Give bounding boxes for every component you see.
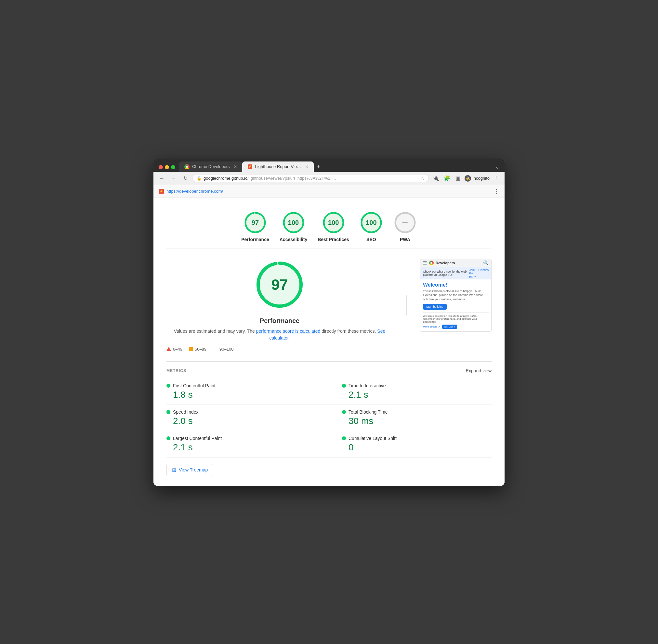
metric-tbt-value: 30 ms <box>342 416 485 426</box>
score-pwa[interactable]: — PWA <box>393 211 417 242</box>
address-input[interactable]: 🔒 googlechrome.github.io/lighthouse/view… <box>193 174 429 182</box>
big-performance-score: 97 <box>271 276 288 293</box>
screenshot-welcome-title: Welcome! <box>423 282 489 288</box>
metric-tti: Time to Interactive 2.1 s <box>329 378 491 405</box>
accessibility-circle: 100 <box>282 211 305 234</box>
minimize-button[interactable] <box>165 165 169 169</box>
metric-tti-header: Time to Interactive <box>342 383 485 388</box>
screenshot-site-title: Developers <box>436 261 481 265</box>
screenshot-chrome-bar: ☰ Developers 🔍 <box>420 259 491 267</box>
window-icon[interactable]: ▣ <box>454 174 463 183</box>
pwa-label: PWA <box>400 237 410 242</box>
scroll-divider <box>406 259 407 351</box>
metric-si-value: 2.0 s <box>167 416 316 426</box>
address-actions: 🔌 🧩 ▣ 🕵 Incognito ⋮ <box>432 174 501 183</box>
screenshot-ok-got-it[interactable]: Ok, Got It <box>442 325 457 329</box>
legend-pass: 90–100 <box>213 347 234 351</box>
score-best-practices[interactable]: 100 Best Practices <box>317 211 349 242</box>
average-icon <box>189 347 193 351</box>
lighthouse-content: 97 Performance 100 Accessibility <box>153 198 505 486</box>
metric-cls-dot <box>342 436 346 440</box>
seo-label: SEO <box>366 237 376 242</box>
metric-tti-dot <box>342 384 346 388</box>
traffic-lights <box>153 165 179 172</box>
address-bar: ← → ↻ 🔒 googlechrome.github.io/lighthous… <box>153 172 505 185</box>
treemap-icon: ⊞ <box>172 467 176 473</box>
expand-view-button[interactable]: Expand view <box>466 368 491 373</box>
view-treemap-button[interactable]: ⊞ View Treemap <box>167 464 213 476</box>
info-bar-more[interactable]: ⋮ <box>494 188 499 195</box>
menu-button[interactable]: ⋮ <box>491 174 501 183</box>
tab-chrome-developers-close[interactable]: ✕ <box>234 164 237 169</box>
dismiss-link[interactable]: Dismiss <box>479 268 489 278</box>
screenshot-search-icon: 🔍 <box>483 260 489 266</box>
fail-icon <box>167 347 171 351</box>
new-tab-button[interactable]: + <box>314 161 324 172</box>
accessibility-score-value: 100 <box>288 219 299 226</box>
screenshot-chrome-logo <box>429 260 434 265</box>
average-range: 50–89 <box>195 347 206 351</box>
score-seo[interactable]: 100 SEO <box>359 211 383 242</box>
perf-score-calc-link[interactable]: performance score is calculated <box>256 328 321 334</box>
metric-tti-name: Time to Interactive <box>349 383 386 388</box>
address-domain: googlechrome.github.io <box>203 176 247 181</box>
score-performance[interactable]: 97 Performance <box>241 211 269 242</box>
big-performance-circle: 97 <box>254 259 306 310</box>
extensions-icon[interactable]: 🔌 <box>432 174 440 183</box>
seo-score-value: 100 <box>366 219 376 226</box>
score-accessibility[interactable]: 100 Accessibility <box>280 211 308 242</box>
tab-lighthouse-viewer-close[interactable]: ✕ <box>305 164 308 169</box>
metric-tbt: Total Blocking Time 30 ms <box>329 405 491 431</box>
screenshot-menu-icon: ☰ <box>423 260 427 266</box>
pass-range: 90–100 <box>219 347 234 351</box>
screenshot-more-details[interactable]: More details ↗ <box>423 325 440 328</box>
seo-circle: 100 <box>359 211 383 234</box>
performance-circle: 97 <box>243 211 267 234</box>
metric-tti-value: 2.1 s <box>342 390 485 400</box>
legend-fail: 0–49 <box>167 347 182 351</box>
legend-average: 50–89 <box>189 347 206 351</box>
puzzle-icon[interactable]: 🧩 <box>442 174 452 183</box>
metric-tbt-header: Total Blocking Time <box>342 409 485 415</box>
browser-window: Chrome Developers ✕ ⚡ Lighthouse Report … <box>153 159 505 486</box>
performance-label: Performance <box>241 237 269 242</box>
performance-section-title: Performance <box>167 317 393 325</box>
refresh-button[interactable]: ↻ <box>181 174 190 183</box>
close-button[interactable] <box>159 165 163 169</box>
screenshot-body: Welcome! This is Chrome's official site … <box>420 279 491 332</box>
screenshot-cookie-text: We serve cookies on this site to analyze… <box>423 315 477 323</box>
metric-lcp-dot <box>167 436 170 440</box>
metric-si-name: Speed Index <box>173 409 199 415</box>
fail-range: 0–49 <box>173 347 182 351</box>
screenshot-preview-container: ☰ Developers 🔍 Check out what's new for … <box>420 259 491 351</box>
metric-lcp-value: 2.1 s <box>167 442 316 453</box>
metrics-header: METRICS Expand view <box>167 368 491 373</box>
tab-lighthouse-viewer[interactable]: ⚡ Lighthouse Report Viewer ✕ <box>242 161 314 172</box>
tab-lighthouse-viewer-label: Lighthouse Report Viewer <box>255 164 301 169</box>
metric-cls-header: Cumulative Layout Shift <box>342 436 485 441</box>
screenshot-cookie-actions: More details ↗ Ok, Got It <box>423 325 489 329</box>
metric-lcp-header: Largest Contentful Paint <box>167 436 316 441</box>
metrics-title: METRICS <box>167 368 186 373</box>
bookmark-icon: ☆ <box>421 176 424 181</box>
screenshot-banner-text: Check out what's new for the web platfor… <box>423 270 469 277</box>
pwa-score-value: — <box>402 220 408 226</box>
forward-button[interactable]: → <box>169 174 178 183</box>
accessibility-label: Accessibility <box>280 237 308 242</box>
scores-row: 97 Performance 100 Accessibility <box>167 204 491 249</box>
metric-fcp: First Contentful Paint 1.8 s <box>167 378 329 405</box>
metric-si-header: Speed Index <box>167 409 316 415</box>
metric-tbt-name: Total Blocking Time <box>349 409 388 415</box>
best-practices-score-value: 100 <box>328 219 339 226</box>
tab-chrome-developers-label: Chrome Developers <box>192 164 230 169</box>
tab-menu-button[interactable]: ⌄ <box>490 162 505 172</box>
join-party-link[interactable]: Join the party <box>469 268 476 278</box>
tab-bar: Chrome Developers ✕ ⚡ Lighthouse Report … <box>153 159 505 172</box>
tab-chrome-developers[interactable]: Chrome Developers ✕ <box>179 161 242 172</box>
metric-cls: Cumulative Layout Shift 0 <box>329 431 491 458</box>
metric-fcp-header: First Contentful Paint <box>167 383 316 388</box>
maximize-button[interactable] <box>171 165 175 169</box>
metric-fcp-dot <box>167 384 170 388</box>
back-button[interactable]: ← <box>157 174 167 183</box>
metrics-grid: First Contentful Paint 1.8 s Time to Int… <box>167 378 491 458</box>
